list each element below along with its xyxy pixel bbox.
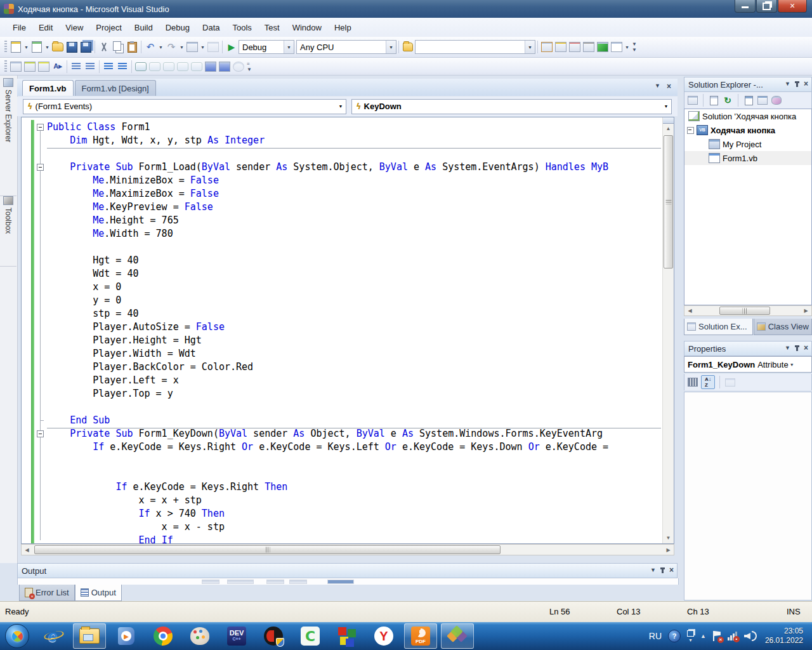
tree-item-my-project[interactable]: My Project bbox=[684, 137, 811, 151]
view-designer-button-se[interactable] bbox=[757, 95, 768, 106]
taskbar-camtasia[interactable]: C bbox=[294, 623, 327, 649]
properties-button[interactable] bbox=[687, 95, 698, 106]
code-text[interactable]: Public Class Form1 Dim Hgt, Wdt, x, y, s… bbox=[47, 121, 662, 544]
window-position-dropdown[interactable]: ▼ bbox=[785, 345, 790, 351]
comment-button[interactable] bbox=[102, 60, 115, 74]
menu-data[interactable]: Data bbox=[196, 20, 226, 35]
taskbar-yandex-browser[interactable]: Y bbox=[367, 623, 400, 649]
properties-grid[interactable] bbox=[684, 392, 812, 600]
collapse-region-icon[interactable] bbox=[37, 430, 44, 437]
close-button[interactable]: × bbox=[778, 0, 807, 13]
immediate-dropdown[interactable]: ▼ bbox=[624, 40, 631, 54]
document-list-dropdown[interactable]: ▼ bbox=[655, 83, 660, 90]
taskbar-clock[interactable]: 23:05 26.01.2022 bbox=[765, 627, 803, 646]
font-button[interactable]: A▸ bbox=[51, 60, 65, 74]
bookmark-next-button[interactable] bbox=[218, 60, 232, 74]
add-item-dropdown[interactable]: ▼ bbox=[44, 40, 51, 54]
close-document-button[interactable]: × bbox=[667, 83, 671, 90]
window-position-dropdown[interactable]: ▼ bbox=[650, 567, 656, 573]
volume-button[interactable] bbox=[744, 631, 757, 641]
auto-hide-pin-icon[interactable] bbox=[796, 81, 798, 87]
view-designer-button[interactable] bbox=[9, 60, 23, 74]
taskbar-foxit-pdf[interactable]: PDF bbox=[404, 623, 437, 649]
toolbox-button[interactable] bbox=[582, 40, 596, 54]
start-page-button[interactable] bbox=[596, 40, 610, 54]
navigate-forward-button[interactable] bbox=[206, 40, 220, 54]
alphabetical-button[interactable]: A↓Z bbox=[701, 375, 715, 389]
solution-platforms-combo[interactable]: Any CPU ▼ bbox=[296, 40, 396, 54]
vertical-scroll-thumb[interactable] bbox=[664, 135, 673, 269]
taskbar-paint[interactable] bbox=[183, 623, 216, 649]
tab-form1-vb[interactable]: Form1.vb bbox=[22, 80, 74, 96]
find-symbol-button-2[interactable] bbox=[232, 60, 246, 74]
solution-explorer-header[interactable]: Solution Explorer -... ▼ × bbox=[684, 77, 812, 92]
paste-button[interactable] bbox=[125, 40, 139, 54]
close-panel-button[interactable]: × bbox=[804, 344, 808, 352]
message-button-3[interactable] bbox=[176, 60, 190, 74]
toolbar-options-button[interactable]: ▼▼ bbox=[631, 40, 638, 54]
output-header[interactable]: Output ▼ × bbox=[17, 563, 678, 578]
taskbar-file-explorer[interactable] bbox=[73, 623, 106, 649]
save-all-button[interactable] bbox=[79, 40, 93, 54]
tree-item-solution[interactable]: Solution 'Ходячая кнопка bbox=[684, 109, 811, 123]
add-item-button[interactable] bbox=[30, 40, 44, 54]
view-code-button-se[interactable] bbox=[743, 95, 754, 106]
events-combo[interactable]: ϟ KeyDown ▼ bbox=[351, 99, 672, 114]
undo-dropdown[interactable]: ▼ bbox=[157, 40, 164, 54]
tree-item-project[interactable]: VB Ходячая кнопка bbox=[684, 123, 811, 137]
taskbar-chrome[interactable] bbox=[147, 623, 180, 649]
message-button-4[interactable] bbox=[190, 60, 204, 74]
find-combo[interactable]: ▼ bbox=[415, 40, 535, 54]
scroll-right-arrow[interactable]: ▶ bbox=[801, 306, 811, 315]
network-button[interactable]: • bbox=[728, 632, 738, 640]
menu-window[interactable]: Window bbox=[286, 20, 328, 35]
output-tab[interactable]: Output bbox=[75, 585, 122, 601]
select-pointer-button[interactable] bbox=[37, 60, 51, 74]
editor-vertical-scrollbar[interactable]: ▲ ▼ bbox=[662, 117, 674, 543]
code-editor[interactable]: Public Class Form1 Dim Hgt, Wdt, x, y, s… bbox=[21, 117, 674, 544]
solution-configurations-combo[interactable]: Debug ▼ bbox=[239, 40, 294, 54]
taskbar-visual-studio[interactable] bbox=[441, 623, 474, 649]
horizontal-scroll-thumb[interactable] bbox=[719, 307, 770, 315]
restore-button[interactable] bbox=[756, 0, 777, 13]
collapse-region-icon[interactable] bbox=[37, 124, 44, 131]
auto-hide-pin-icon[interactable] bbox=[796, 345, 798, 351]
message-button-2[interactable] bbox=[162, 60, 176, 74]
minimize-button[interactable] bbox=[735, 0, 756, 13]
start-debugging-button[interactable]: ▶ bbox=[225, 40, 239, 54]
scroll-left-arrow[interactable]: ◀ bbox=[22, 545, 32, 555]
taskbar-screen-recorder[interactable] bbox=[257, 623, 290, 649]
show-all-files-button[interactable] bbox=[708, 95, 719, 106]
collapse-expander-icon[interactable] bbox=[687, 127, 694, 134]
tray-help[interactable]: ? bbox=[668, 630, 681, 642]
editor-horizontal-scrollbar[interactable]: ◀ ▶ bbox=[21, 544, 674, 555]
copy-button[interactable] bbox=[111, 40, 125, 54]
redo-dropdown[interactable]: ▼ bbox=[178, 40, 185, 54]
scroll-right-arrow[interactable]: ▶ bbox=[663, 545, 674, 555]
start-button[interactable] bbox=[5, 624, 29, 648]
menu-edit[interactable]: Edit bbox=[32, 20, 59, 35]
toolbar-grip[interactable] bbox=[4, 60, 7, 73]
button-outline-button[interactable] bbox=[134, 60, 148, 74]
toolbar-options-button[interactable]: =▼ bbox=[246, 60, 252, 74]
window-position-dropdown[interactable]: ▼ bbox=[785, 81, 790, 87]
categorized-button[interactable] bbox=[687, 376, 698, 388]
menu-help[interactable]: Help bbox=[328, 20, 358, 35]
increase-indent-button[interactable] bbox=[83, 60, 97, 74]
solution-explorer-scrollbar[interactable]: ◀ ▶ bbox=[684, 305, 812, 316]
action-center-button[interactable]: × bbox=[712, 631, 721, 641]
tab-form1-vb-design[interactable]: Form1.vb [Design] bbox=[75, 80, 156, 96]
properties-header[interactable]: Properties ▼ × bbox=[684, 341, 812, 356]
find-in-files-button[interactable] bbox=[401, 40, 415, 54]
taskbar-internet-explorer[interactable]: e bbox=[36, 623, 69, 649]
uncomment-button[interactable] bbox=[115, 60, 129, 74]
show-hidden-icons-button[interactable]: ▲ bbox=[700, 634, 706, 639]
solution-explorer-pane-tab[interactable]: Solution Ex... bbox=[684, 319, 753, 335]
open-file-button[interactable] bbox=[51, 40, 65, 54]
tree-item-form1-vb[interactable]: Form1.vb bbox=[684, 151, 811, 165]
menu-project[interactable]: Project bbox=[89, 20, 128, 35]
auto-hide-pin-icon[interactable] bbox=[662, 567, 664, 573]
objects-combo[interactable]: ϟ (Form1 Events) ▼ bbox=[23, 99, 346, 114]
taskbar-colored-squares-app[interactable] bbox=[331, 623, 363, 649]
scroll-down-arrow[interactable]: ▼ bbox=[663, 533, 674, 543]
